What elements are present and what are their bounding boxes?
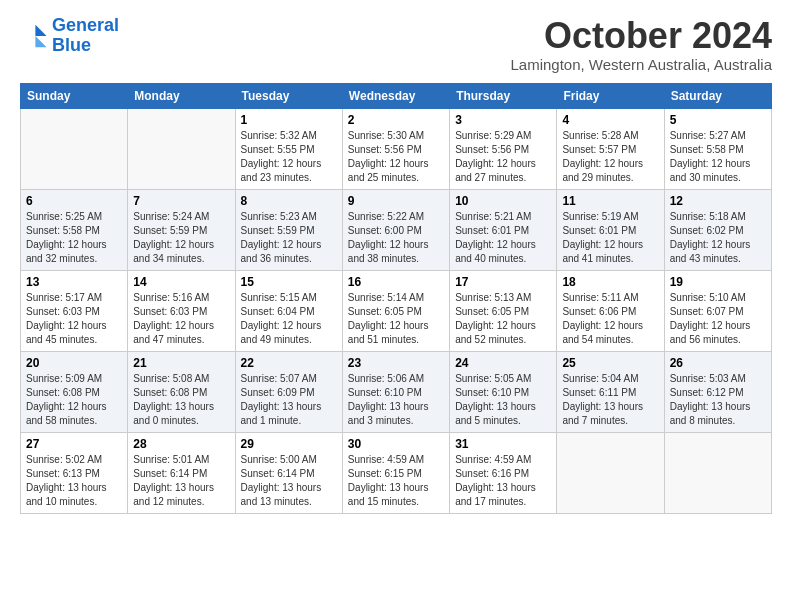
location-subtitle: Lamington, Western Australia, Australia — [510, 56, 772, 73]
day-info: Sunrise: 4:59 AMSunset: 6:16 PMDaylight:… — [455, 453, 551, 509]
calendar-cell: 24Sunrise: 5:05 AMSunset: 6:10 PMDayligh… — [450, 351, 557, 432]
calendar-cell: 12Sunrise: 5:18 AMSunset: 6:02 PMDayligh… — [664, 189, 771, 270]
calendar-cell: 9Sunrise: 5:22 AMSunset: 6:00 PMDaylight… — [342, 189, 449, 270]
day-info: Sunrise: 5:27 AMSunset: 5:58 PMDaylight:… — [670, 129, 766, 185]
day-number: 3 — [455, 113, 551, 127]
day-number: 14 — [133, 275, 229, 289]
day-info: Sunrise: 5:28 AMSunset: 5:57 PMDaylight:… — [562, 129, 658, 185]
day-info: Sunrise: 5:32 AMSunset: 5:55 PMDaylight:… — [241, 129, 337, 185]
calendar-cell: 3Sunrise: 5:29 AMSunset: 5:56 PMDaylight… — [450, 108, 557, 189]
calendar-cell: 26Sunrise: 5:03 AMSunset: 6:12 PMDayligh… — [664, 351, 771, 432]
day-number: 7 — [133, 194, 229, 208]
title-area: October 2024 Lamington, Western Australi… — [510, 16, 772, 73]
weekday-header: Thursday — [450, 83, 557, 108]
calendar-cell: 11Sunrise: 5:19 AMSunset: 6:01 PMDayligh… — [557, 189, 664, 270]
calendar-cell: 1Sunrise: 5:32 AMSunset: 5:55 PMDaylight… — [235, 108, 342, 189]
weekday-header: Wednesday — [342, 83, 449, 108]
day-number: 15 — [241, 275, 337, 289]
calendar-cell: 7Sunrise: 5:24 AMSunset: 5:59 PMDaylight… — [128, 189, 235, 270]
day-number: 28 — [133, 437, 229, 451]
calendar-cell: 18Sunrise: 5:11 AMSunset: 6:06 PMDayligh… — [557, 270, 664, 351]
logo-text: General Blue — [52, 16, 119, 56]
calendar-cell: 20Sunrise: 5:09 AMSunset: 6:08 PMDayligh… — [21, 351, 128, 432]
calendar-week-row: 20Sunrise: 5:09 AMSunset: 6:08 PMDayligh… — [21, 351, 772, 432]
day-number: 1 — [241, 113, 337, 127]
calendar-cell: 28Sunrise: 5:01 AMSunset: 6:14 PMDayligh… — [128, 432, 235, 513]
day-number: 13 — [26, 275, 122, 289]
day-info: Sunrise: 5:14 AMSunset: 6:05 PMDaylight:… — [348, 291, 444, 347]
logo: General Blue — [20, 16, 119, 56]
day-number: 4 — [562, 113, 658, 127]
svg-marker-1 — [35, 36, 46, 47]
day-number: 10 — [455, 194, 551, 208]
day-number: 8 — [241, 194, 337, 208]
calendar-cell: 31Sunrise: 4:59 AMSunset: 6:16 PMDayligh… — [450, 432, 557, 513]
day-number: 29 — [241, 437, 337, 451]
day-info: Sunrise: 5:08 AMSunset: 6:08 PMDaylight:… — [133, 372, 229, 428]
day-number: 26 — [670, 356, 766, 370]
day-number: 25 — [562, 356, 658, 370]
weekday-header: Monday — [128, 83, 235, 108]
day-info: Sunrise: 5:10 AMSunset: 6:07 PMDaylight:… — [670, 291, 766, 347]
day-info: Sunrise: 5:22 AMSunset: 6:00 PMDaylight:… — [348, 210, 444, 266]
calendar-cell: 21Sunrise: 5:08 AMSunset: 6:08 PMDayligh… — [128, 351, 235, 432]
day-info: Sunrise: 5:19 AMSunset: 6:01 PMDaylight:… — [562, 210, 658, 266]
day-info: Sunrise: 5:23 AMSunset: 5:59 PMDaylight:… — [241, 210, 337, 266]
calendar-cell: 25Sunrise: 5:04 AMSunset: 6:11 PMDayligh… — [557, 351, 664, 432]
weekday-header: Friday — [557, 83, 664, 108]
calendar-week-row: 1Sunrise: 5:32 AMSunset: 5:55 PMDaylight… — [21, 108, 772, 189]
calendar-cell: 22Sunrise: 5:07 AMSunset: 6:09 PMDayligh… — [235, 351, 342, 432]
calendar-week-row: 6Sunrise: 5:25 AMSunset: 5:58 PMDaylight… — [21, 189, 772, 270]
day-number: 23 — [348, 356, 444, 370]
day-info: Sunrise: 5:21 AMSunset: 6:01 PMDaylight:… — [455, 210, 551, 266]
day-number: 6 — [26, 194, 122, 208]
weekday-header: Saturday — [664, 83, 771, 108]
day-number: 11 — [562, 194, 658, 208]
calendar-cell: 14Sunrise: 5:16 AMSunset: 6:03 PMDayligh… — [128, 270, 235, 351]
day-number: 21 — [133, 356, 229, 370]
day-info: Sunrise: 5:03 AMSunset: 6:12 PMDaylight:… — [670, 372, 766, 428]
day-info: Sunrise: 5:13 AMSunset: 6:05 PMDaylight:… — [455, 291, 551, 347]
calendar-cell: 30Sunrise: 4:59 AMSunset: 6:15 PMDayligh… — [342, 432, 449, 513]
day-number: 9 — [348, 194, 444, 208]
calendar-cell: 17Sunrise: 5:13 AMSunset: 6:05 PMDayligh… — [450, 270, 557, 351]
day-number: 24 — [455, 356, 551, 370]
calendar-cell: 23Sunrise: 5:06 AMSunset: 6:10 PMDayligh… — [342, 351, 449, 432]
day-number: 22 — [241, 356, 337, 370]
day-number: 16 — [348, 275, 444, 289]
day-info: Sunrise: 5:00 AMSunset: 6:14 PMDaylight:… — [241, 453, 337, 509]
calendar-cell: 16Sunrise: 5:14 AMSunset: 6:05 PMDayligh… — [342, 270, 449, 351]
calendar-cell: 29Sunrise: 5:00 AMSunset: 6:14 PMDayligh… — [235, 432, 342, 513]
day-info: Sunrise: 5:02 AMSunset: 6:13 PMDaylight:… — [26, 453, 122, 509]
day-info: Sunrise: 5:07 AMSunset: 6:09 PMDaylight:… — [241, 372, 337, 428]
month-title: October 2024 — [510, 16, 772, 56]
calendar-cell — [557, 432, 664, 513]
day-info: Sunrise: 5:01 AMSunset: 6:14 PMDaylight:… — [133, 453, 229, 509]
day-info: Sunrise: 5:17 AMSunset: 6:03 PMDaylight:… — [26, 291, 122, 347]
day-number: 31 — [455, 437, 551, 451]
calendar-cell: 5Sunrise: 5:27 AMSunset: 5:58 PMDaylight… — [664, 108, 771, 189]
day-info: Sunrise: 5:29 AMSunset: 5:56 PMDaylight:… — [455, 129, 551, 185]
svg-marker-0 — [35, 25, 46, 36]
day-number: 30 — [348, 437, 444, 451]
calendar-cell: 19Sunrise: 5:10 AMSunset: 6:07 PMDayligh… — [664, 270, 771, 351]
day-number: 19 — [670, 275, 766, 289]
weekday-header: Sunday — [21, 83, 128, 108]
calendar-cell: 6Sunrise: 5:25 AMSunset: 5:58 PMDaylight… — [21, 189, 128, 270]
day-info: Sunrise: 4:59 AMSunset: 6:15 PMDaylight:… — [348, 453, 444, 509]
day-info: Sunrise: 5:09 AMSunset: 6:08 PMDaylight:… — [26, 372, 122, 428]
calendar-cell: 27Sunrise: 5:02 AMSunset: 6:13 PMDayligh… — [21, 432, 128, 513]
day-number: 27 — [26, 437, 122, 451]
calendar-cell — [664, 432, 771, 513]
calendar-table: SundayMondayTuesdayWednesdayThursdayFrid… — [20, 83, 772, 514]
calendar-cell: 2Sunrise: 5:30 AMSunset: 5:56 PMDaylight… — [342, 108, 449, 189]
day-info: Sunrise: 5:18 AMSunset: 6:02 PMDaylight:… — [670, 210, 766, 266]
header: General Blue October 2024 Lamington, Wes… — [20, 16, 772, 73]
day-info: Sunrise: 5:04 AMSunset: 6:11 PMDaylight:… — [562, 372, 658, 428]
calendar-cell: 15Sunrise: 5:15 AMSunset: 6:04 PMDayligh… — [235, 270, 342, 351]
day-info: Sunrise: 5:24 AMSunset: 5:59 PMDaylight:… — [133, 210, 229, 266]
calendar-cell: 10Sunrise: 5:21 AMSunset: 6:01 PMDayligh… — [450, 189, 557, 270]
calendar-header-row: SundayMondayTuesdayWednesdayThursdayFrid… — [21, 83, 772, 108]
day-number: 17 — [455, 275, 551, 289]
day-number: 20 — [26, 356, 122, 370]
